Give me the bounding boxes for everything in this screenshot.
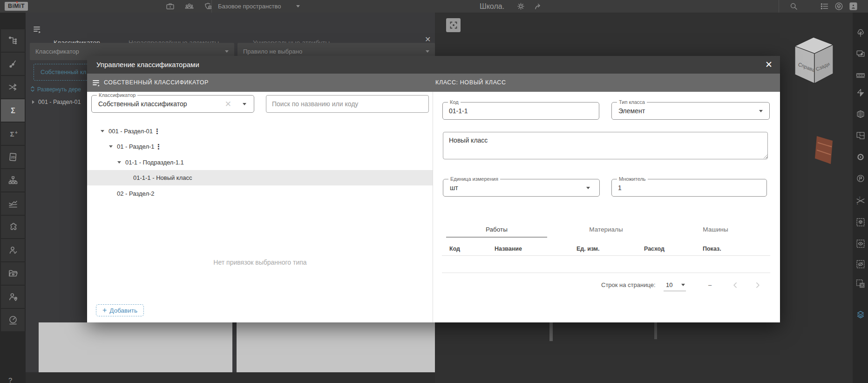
trend-chart-icon[interactable] [1,192,25,215]
flip-flash-icon[interactable] [853,83,868,102]
briefcase-icon[interactable] [165,1,175,11]
code-input[interactable] [449,103,585,119]
tab-machines[interactable]: Машины [661,226,770,236]
add-binding-button[interactable]: +Добавить [96,304,144,316]
column-header-indicator: Показ. [703,246,721,252]
dialog-close-icon[interactable]: ✕ [764,60,773,69]
class-type-select[interactable]: Тип класса Элемент [611,102,770,120]
svg-text:2: 2 [859,196,860,199]
folder-return-icon[interactable] [1,262,25,285]
svg-text:Σ: Σ [11,107,15,115]
gear-icon[interactable] [516,1,526,11]
locate-icon[interactable] [853,148,868,166]
code-field[interactable]: Код [442,102,599,120]
chevron-down-icon[interactable] [586,187,590,189]
floorplan-icon[interactable] [853,126,868,145]
kebab-menu-icon[interactable]: ⋮ [154,123,161,139]
rule-dropdown-label: Правило не выбрано [243,48,302,55]
background-tree-item[interactable]: 001 - Раздел-01 [32,99,81,105]
share-icon[interactable] [534,1,543,11]
tab-materials[interactable]: Материалы [551,226,661,236]
flag-icon[interactable] [853,169,868,188]
class-description-textarea[interactable]: Новый класс [443,132,768,159]
user-check-icon[interactable] [1,239,25,261]
right-toolbar: 12 [853,13,868,383]
kebab-menu-icon[interactable]: ⋮ [155,139,162,154]
logo-accent-dot [16,1,18,3]
column-header-name: Название [495,246,522,252]
org-chart-icon[interactable] [1,169,25,192]
tree-search[interactable] [266,95,429,113]
svg-text:2D: 2D [10,155,15,159]
tree-row[interactable]: 001 - Раздел-01 ⋮ [87,123,433,139]
dialog-title: Управление классификаторами [96,61,199,68]
classifier-select[interactable]: Классификатор Собственный классификатор … [91,95,254,113]
chevron-down-icon [225,50,229,53]
list-icon[interactable] [820,1,829,11]
multiplier-field[interactable]: Множитель [611,179,767,197]
ruler-icon[interactable] [853,66,868,84]
cube-section-icon[interactable] [853,105,868,123]
expand-tree-link[interactable]: Развернуть дере [37,86,81,93]
caret-down-icon[interactable] [117,161,121,164]
user-location-icon[interactable] [1,286,25,308]
shuffle-icon[interactable] [1,76,25,98]
panel-menu-icon[interactable] [33,25,42,36]
navigation-cube[interactable]: Справа Сзади [792,30,838,86]
tree-row-selected[interactable]: 01-1-1 - Новый класс [87,170,433,185]
prev-page-icon[interactable] [731,280,740,292]
chevron-down-icon[interactable] [681,284,685,286]
tree-search-input[interactable] [266,96,428,112]
caret-down-icon[interactable] [109,145,113,148]
rows-per-page-select[interactable]: 10 [666,280,672,290]
app-logo[interactable]: BiMiT [5,2,28,11]
help-icon[interactable]: ? [8,376,12,383]
search-icon[interactable] [789,1,799,11]
model-tree-icon[interactable] [1,29,25,52]
sum-icon[interactable]: Σ [1,99,25,122]
chevron-down-icon[interactable] [759,110,763,112]
bell-icon[interactable] [834,1,844,11]
clear-icon[interactable]: ✕ [225,100,231,108]
hide-eye-icon[interactable] [853,255,868,274]
show-eye-icon[interactable] [853,234,868,253]
focus-selection-button[interactable] [446,18,461,32]
team-icon[interactable] [184,1,194,11]
panel-bottom-strip [26,372,435,383]
panel-close-icon[interactable]: ✕ [425,36,431,43]
chevron-down-icon[interactable] [243,103,246,105]
dialog-body: Классификатор Собственный классификатор … [87,92,780,322]
tab-works[interactable]: Работы [442,226,551,236]
overlap-select-icon[interactable] [853,44,868,63]
unit-select[interactable]: Единица измерения шт [443,179,600,197]
column-header-consumption: Расход [644,246,665,252]
svg-text:1: 1 [856,202,858,205]
tree-row[interactable]: 02 - Раздел-2 [87,186,433,201]
svg-text:+: + [15,130,18,135]
axes-icon[interactable]: 12 [853,192,868,210]
tree-row[interactable]: 01-1 - Подраздел-1.1 [87,155,433,170]
next-page-icon[interactable] [753,280,762,292]
tree-view-icon[interactable] [853,24,868,42]
tree-row[interactable]: 01 - Раздел-1 ⋮ [87,139,433,154]
caret-down-icon[interactable] [101,130,104,132]
workspace-selector[interactable]: Базовое пространство [218,0,281,13]
chevron-down-icon[interactable] [296,5,300,7]
caret-right-icon[interactable] [32,100,34,104]
isolate-icon[interactable] [853,213,868,232]
multiplier-input[interactable] [618,179,753,196]
connections-icon[interactable] [1,53,25,75]
page-range: – [708,280,712,290]
unit-select-value: шт [450,179,458,196]
teal-layers-icon[interactable] [853,305,868,324]
clear-selection-icon[interactable] [853,274,868,293]
tree-row-label: 01-1 - Подраздел-1.1 [125,155,184,170]
sum-plus-icon[interactable]: Σ+ [1,123,25,145]
tree-item-label: 001 - Раздел-01 [38,99,81,105]
section-menu-icon[interactable] [92,78,101,89]
column-header-unit: Ед. изм. [576,246,600,252]
puzzle-icon[interactable] [1,216,25,238]
doc-2d-icon[interactable]: 2D [1,146,25,168]
gauge-icon[interactable] [1,309,25,331]
avatar-icon[interactable] [848,1,858,11]
